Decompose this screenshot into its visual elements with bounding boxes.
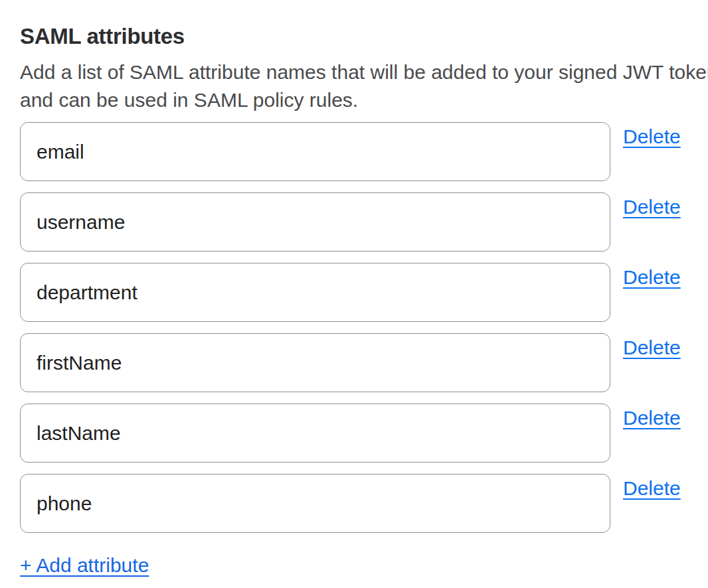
description-line: Add a list of SAML attribute names that … <box>20 58 688 86</box>
attribute-name-input[interactable] <box>20 263 610 322</box>
saml-attributes-section: SAML attributes Add a list of SAML attri… <box>0 0 708 577</box>
attribute-row: Delete <box>20 404 688 463</box>
attribute-row: Delete <box>20 474 688 533</box>
attribute-name-input[interactable] <box>20 192 610 252</box>
delete-attribute-link[interactable]: Delete <box>623 195 681 218</box>
delete-attribute-link[interactable]: Delete <box>623 265 681 289</box>
description-line: and can be used in SAML policy rules. <box>20 86 688 114</box>
section-description: Add a list of SAML attribute names that … <box>20 58 688 114</box>
attribute-row: Delete <box>20 263 688 322</box>
attribute-name-input[interactable] <box>20 474 610 533</box>
delete-attribute-link[interactable]: Delete <box>623 406 681 429</box>
attribute-name-input[interactable] <box>20 333 610 392</box>
delete-attribute-link[interactable]: Delete <box>623 336 681 359</box>
attribute-name-input[interactable] <box>20 404 610 463</box>
delete-attribute-link[interactable]: Delete <box>623 477 681 500</box>
attribute-row: Delete <box>20 192 688 252</box>
attribute-name-input[interactable] <box>20 122 610 181</box>
section-title: SAML attributes <box>20 24 688 49</box>
attribute-row: Delete <box>20 333 688 392</box>
add-attribute-link[interactable]: + Add attribute <box>20 553 149 577</box>
attribute-row: Delete <box>20 122 688 181</box>
attribute-list: Delete Delete Delete Delete Delete Delet… <box>20 122 688 533</box>
delete-attribute-link[interactable]: Delete <box>623 125 681 148</box>
